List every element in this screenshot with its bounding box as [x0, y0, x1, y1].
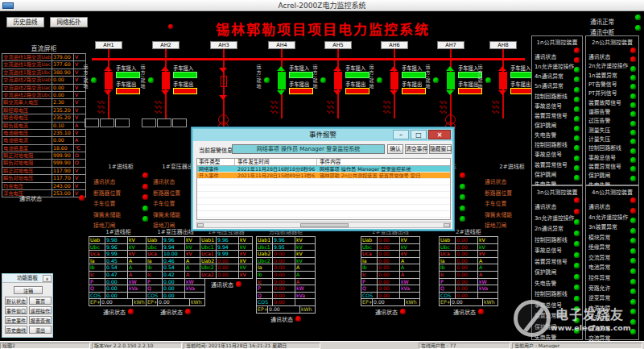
status-dot-green	[630, 268, 636, 274]
window-titlebar[interactable]: Acrel-2000Z电力监控系统	[0, 0, 644, 11]
handcart-out-label: 手车摇出	[173, 81, 193, 88]
bay-label: AH5	[324, 41, 352, 49]
history-curve-button[interactable]: 历史曲线	[6, 17, 44, 27]
bay-label: AH7	[437, 41, 464, 49]
breaker-symbol[interactable]	[105, 72, 113, 89]
close-icon[interactable]: ×	[428, 130, 451, 139]
hide-window-button[interactable]: 隐藏窗口	[429, 144, 452, 154]
status-row: 事故总信号	[535, 96, 580, 105]
table-row: Ubc20.00kV	[257, 258, 315, 265]
event-window-button[interactable]: 事件窗口	[5, 306, 27, 314]
status-row: PT并列信号	[588, 83, 636, 92]
status-row: 通讯状态	[588, 47, 636, 56]
confirm-button[interactable]: 确认	[387, 144, 403, 154]
breaker-symbol[interactable]	[499, 72, 507, 89]
dc-row-unit: V	[74, 130, 85, 136]
remote-operation-button[interactable]: 遥控操作	[29, 306, 52, 314]
status-dot-red	[79, 195, 85, 201]
dc-row-value: 0.00	[52, 137, 74, 143]
dc-row-value: 999.90	[52, 160, 74, 166]
handcart-out-label: 手车摇出	[402, 81, 422, 88]
scrollbar-thumb[interactable]	[300, 223, 349, 227]
event-row[interactable]: 开入事件2021年11月28日15时49分13秒60毫秒锡林郭勒 2n公共测控装…	[197, 172, 450, 179]
cell-value: 0.00	[373, 299, 405, 305]
cell-label: Ubc	[89, 244, 105, 251]
dc-row-value: 0.00	[52, 77, 74, 83]
horizontal-scrollbar[interactable]	[196, 222, 451, 228]
breaker-symbol[interactable]	[447, 72, 455, 89]
scroll-left-arrow-icon[interactable]	[197, 223, 204, 227]
default-state-button[interactable]: 默认状态	[5, 297, 27, 305]
status-dot-red	[478, 309, 484, 314]
chevron-down-icon	[446, 90, 454, 95]
handcart-out-label: 手车摇出	[345, 81, 365, 88]
logout-button[interactable]: 注销	[14, 286, 43, 294]
status-row: 过压告警	[588, 110, 636, 119]
device-status-panel: 3n公共测控装置通讯状态3n允许遥控操作2n通讯异常控制回路断线事故总信号装置异…	[531, 185, 583, 340]
status-dot-green	[630, 93, 636, 99]
event-row-empty	[197, 192, 450, 198]
alarm-blink-dot	[168, 24, 173, 29]
cell-label: Uab	[440, 237, 456, 243]
status-row: 保护跳闸	[535, 164, 580, 173]
breaker-symbol[interactable]	[278, 72, 286, 89]
handcart-in-indicator	[345, 72, 369, 78]
panel-title: 1n公共测控装置	[532, 38, 582, 46]
cell-unit: kV	[239, 244, 252, 251]
status-bar: 绘图2版本Ver 2.2.0.150 2.2.10当前时间: 2021年11月2…	[0, 341, 644, 349]
status-bar-segment: 在线用户数 : 77	[419, 343, 510, 349]
clear-events-button[interactable]: 清空事件	[405, 144, 427, 154]
exit-button[interactable]: 退出	[29, 326, 52, 334]
cell-unit: kV	[478, 251, 497, 257]
breaker-symbol[interactable]	[334, 72, 342, 89]
network-topology-button[interactable]: 网络拓扑	[50, 17, 88, 27]
comm-status: 通讯状态	[256, 316, 316, 323]
dc-row-unit: Ω	[74, 160, 85, 166]
cell-label: Q	[361, 285, 378, 292]
handcart-in-indicator	[289, 72, 313, 78]
handcart-in-indicator	[402, 72, 426, 78]
table-row: Uca19.99kV	[200, 251, 252, 258]
status-bar-segment: 当前用户 : Manager	[512, 343, 642, 349]
cell-unit: kV	[295, 244, 315, 251]
table-row: Ubc9.94kV	[147, 244, 204, 251]
bay-riser-line	[450, 49, 452, 59]
cell-value: 0.00	[378, 285, 400, 292]
bay-riser-line	[165, 49, 167, 59]
status-dot-green	[574, 252, 580, 258]
chevron-up-icon	[277, 66, 285, 71]
table-row: Ia0.00A	[440, 258, 497, 265]
history-curves-button[interactable]: 历史曲线	[5, 326, 27, 334]
event-content: 网络事项 操作员 Manager 登录监控系统	[320, 166, 448, 172]
status-row: 3n允许遥控操作	[535, 208, 580, 217]
dc-row-label: 交流进线2路交流Uac	[2, 85, 52, 91]
event-time: 2021年11月28日15时49分13秒60毫秒	[237, 172, 315, 179]
table-row: P0.00kW	[147, 279, 204, 286]
report-query-button[interactable]: 报表查询	[29, 316, 52, 324]
minimize-button[interactable]: –	[393, 130, 409, 139]
table-row: P0.00kW	[89, 279, 147, 286]
cell-value: 0.54	[105, 264, 128, 271]
cell-unit: A	[478, 264, 497, 271]
cell-value: 0.00	[456, 251, 478, 257]
dc-row-label: 瞬负对地电压	[2, 175, 52, 181]
current-alarm-field[interactable]: 网络事项 操作员 Manager 登录监控系统	[232, 144, 385, 154]
handcart-in-label: 手车摇入	[458, 64, 478, 72]
maximize-button[interactable]: □	[411, 130, 427, 139]
event-row[interactable]: 网络事件2021年11月28日16时18分8秒965毫秒网络事项 操作员 Man…	[197, 166, 450, 172]
cell-label: Uab1	[257, 237, 273, 243]
close-icon[interactable]: x	[43, 275, 52, 282]
status-dot-green	[630, 299, 636, 305]
status-dot-green	[630, 309, 636, 314]
breaker-symbol[interactable]	[390, 72, 398, 89]
chevron-down-icon	[219, 68, 227, 73]
status-dot-green	[630, 238, 636, 243]
cell-value: 9.99	[105, 251, 128, 257]
breaker-symbol[interactable]	[162, 72, 170, 89]
scroll-right-arrow-icon[interactable]	[444, 223, 450, 227]
table-row: Uca0.00kV	[440, 251, 497, 258]
cell-value: 0.00	[378, 237, 400, 243]
history-events-button[interactable]: 历史事件	[5, 316, 27, 324]
table-row: Q0.00kVa	[257, 293, 315, 300]
home-button[interactable]: 首页	[29, 297, 52, 305]
